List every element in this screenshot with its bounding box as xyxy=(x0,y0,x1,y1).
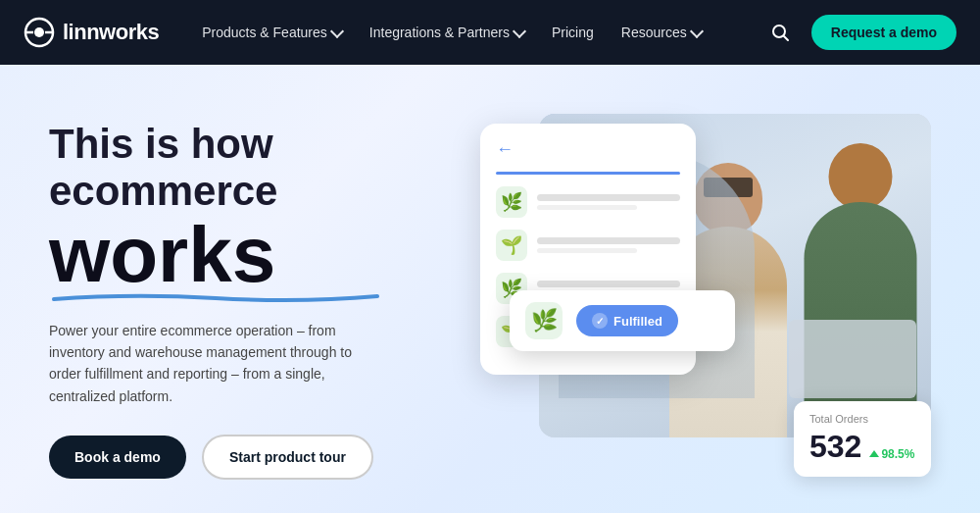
brand-name: linnworks xyxy=(63,20,159,45)
hero-content: This is how ecommerce works Power your e… xyxy=(49,121,461,480)
fulfilled-card: 🌿 ✓ Fulfilled xyxy=(510,290,735,351)
navigation: linnworks Products & Features Integratio… xyxy=(0,0,980,65)
plant-icon-2: 🌱 xyxy=(496,230,527,261)
nav-links: Products & Features Integrations & Partn… xyxy=(190,17,764,48)
person-2 xyxy=(789,143,931,437)
chevron-down-icon xyxy=(513,24,526,37)
nav-pricing[interactable]: Pricing xyxy=(540,17,606,48)
book-demo-button[interactable]: Book a demo xyxy=(49,436,186,479)
stats-row: 532 98.5% xyxy=(809,429,915,465)
stats-card: Total Orders 532 98.5% xyxy=(794,401,931,477)
hero-headline: This is how ecommerce works xyxy=(49,121,461,304)
svg-point-4 xyxy=(773,26,785,37)
product-item-1: 🌿 xyxy=(496,186,680,218)
nav-integrations-partners[interactable]: Integrations & Partners xyxy=(358,17,536,48)
item-lines-2 xyxy=(537,237,680,253)
hero-cta-buttons: Book a demo Start product tour xyxy=(49,435,461,480)
plant-icon-1: 🌿 xyxy=(496,186,527,218)
item-lines-1 xyxy=(537,194,680,210)
fulfilled-badge: ✓ Fulfilled xyxy=(576,305,678,336)
svg-line-5 xyxy=(784,36,788,40)
check-circle-icon: ✓ xyxy=(592,313,608,329)
card-top-line xyxy=(496,172,680,175)
stats-number: 532 xyxy=(809,429,861,465)
chevron-down-icon xyxy=(330,24,344,37)
product-item-2: 🌱 xyxy=(496,230,680,261)
logo[interactable]: linnworks xyxy=(24,17,159,48)
search-button[interactable] xyxy=(764,17,796,48)
stats-change: 98.5% xyxy=(869,447,914,461)
hero-section: This is how ecommerce works Power your e… xyxy=(0,65,980,513)
nav-right: Request a demo xyxy=(764,15,956,50)
hero-description: Power your entire ecommerce operation – … xyxy=(49,320,382,408)
request-demo-button[interactable]: Request a demo xyxy=(811,15,956,50)
fulfilled-plant-icon: 🌿 xyxy=(525,302,563,339)
svg-point-1 xyxy=(34,27,44,37)
back-arrow-icon: ← xyxy=(496,139,680,160)
hero-big-word: works xyxy=(49,216,461,294)
stats-label: Total Orders xyxy=(809,413,915,425)
chevron-down-icon xyxy=(690,24,704,37)
nav-products-features[interactable]: Products & Features xyxy=(190,17,354,48)
start-tour-button[interactable]: Start product tour xyxy=(202,435,373,480)
arrow-up-icon xyxy=(869,450,879,457)
nav-resources[interactable]: Resources xyxy=(610,17,713,48)
hero-illustration: ← 🌿 🌱 🌿 xyxy=(480,104,931,496)
